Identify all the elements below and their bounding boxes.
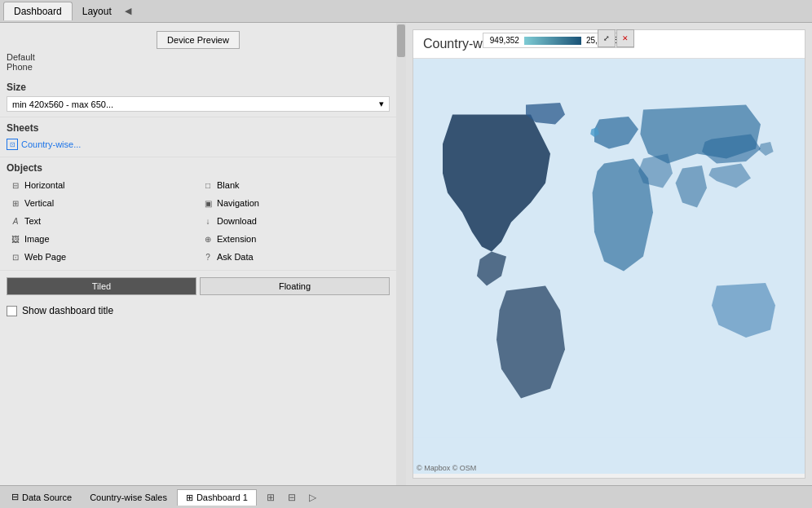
- dashboard-icon: ⊞: [186, 493, 193, 503]
- tab-dashboard[interactable]: Dashboard: [3, 2, 73, 20]
- bottom-bar: ⊟ Data Source Country-wise Sales ⊞ Dashb…: [0, 485, 812, 508]
- blank-label: Blank: [217, 180, 240, 190]
- extension-icon: ⊕: [202, 233, 214, 245]
- resize-icon[interactable]: ⤢: [598, 29, 616, 47]
- top-tab-bar: Dashboard Layout ◀: [0, 0, 812, 23]
- horizontal-icon: ⊟: [10, 179, 21, 191]
- size-dropdown-arrow: ▾: [379, 99, 384, 109]
- dashboard1-label: Dashboard 1: [196, 493, 248, 502]
- show-title-label: Show dashboard title: [22, 305, 113, 316]
- size-title: Size: [7, 82, 390, 93]
- blank-icon: □: [202, 179, 214, 191]
- tiled-floating-section: Tiled Floating: [0, 271, 396, 302]
- object-askdata[interactable]: ? Ask Data: [199, 249, 390, 265]
- webpage-label: Web Page: [24, 252, 66, 262]
- navigation-icon: ▣: [202, 197, 214, 209]
- sheets-section: Sheets ⊡ Country-wise...: [0, 117, 396, 157]
- map-svg: [413, 59, 805, 474]
- preset-phone[interactable]: Phone: [7, 62, 390, 72]
- vertical-icon: ⊞: [10, 197, 21, 209]
- tab-data-source[interactable]: ⊟ Data Source: [3, 489, 80, 505]
- app-container: Dashboard Layout ◀ Device Preview Defaul…: [0, 0, 812, 508]
- new-story-btn[interactable]: ▷: [304, 488, 322, 506]
- size-value: min 420x560 - max 650...: [12, 99, 113, 109]
- sidebar-scrollbar[interactable]: [396, 23, 406, 485]
- download-label: Download: [217, 216, 257, 226]
- data-source-label: Data Source: [22, 493, 72, 502]
- vertical-label: Vertical: [24, 198, 54, 208]
- object-blank[interactable]: □ Blank: [199, 177, 390, 193]
- map-controls: ⤢ ✕: [598, 29, 634, 47]
- image-icon: 🖼: [10, 233, 21, 245]
- webpage-icon: ⊡: [10, 251, 21, 263]
- extension-label: Extension: [217, 234, 256, 244]
- download-icon: ↓: [202, 215, 214, 227]
- object-extension[interactable]: ⊕ Extension: [199, 231, 390, 247]
- size-dropdown[interactable]: min 420x560 - max 650... ▾: [7, 96, 390, 112]
- sheets-title: Sheets: [7, 122, 390, 134]
- sheet-icon: ⊡: [7, 139, 18, 150]
- sidebar: Device Preview Default Phone Size min 42…: [0, 23, 396, 485]
- tab-layout[interactable]: Layout: [73, 2, 121, 20]
- show-title-checkbox[interactable]: [7, 306, 17, 316]
- bottom-bar-actions: ⊞ ⊟ ▷: [262, 488, 322, 506]
- show-title-section: Show dashboard title: [0, 302, 396, 320]
- objects-grid: ⊟ Horizontal □ Blank ⊞ Vertical ▣: [7, 177, 390, 265]
- legend-min: 949,352: [490, 36, 519, 45]
- navigation-label: Navigation: [217, 198, 259, 208]
- map-canvas: © Mapbox © OSM: [413, 59, 805, 474]
- sheet-label: Country-wise...: [21, 139, 81, 149]
- object-navigation[interactable]: ▣ Navigation: [199, 195, 390, 211]
- size-section: Size min 420x560 - max 650... ▾: [0, 77, 396, 117]
- askdata-label: Ask Data: [217, 252, 254, 262]
- object-vertical[interactable]: ⊞ Vertical: [7, 195, 197, 211]
- scroll-thumb: [397, 24, 405, 57]
- horizontal-label: Horizontal: [24, 180, 65, 190]
- canvas-area: Country-wise Sales: [406, 23, 812, 485]
- close-icon[interactable]: ✕: [616, 29, 634, 47]
- sheet-item[interactable]: ⊡ Country-wise...: [7, 137, 390, 152]
- country-wise-label: Country-wise Sales: [90, 493, 167, 502]
- objects-title: Objects: [7, 162, 390, 174]
- tab-country-wise[interactable]: Country-wise Sales: [82, 490, 175, 505]
- object-download[interactable]: ↓ Download: [199, 213, 390, 229]
- map-container: Country-wise Sales: [413, 29, 805, 479]
- object-webpage[interactable]: ⊡ Web Page: [7, 249, 197, 265]
- data-source-icon: ⊟: [11, 492, 19, 502]
- new-dashboard-btn[interactable]: ⊟: [283, 488, 301, 506]
- floating-button[interactable]: Floating: [200, 277, 390, 295]
- askdata-icon: ?: [202, 251, 214, 263]
- tab-dashboard1[interactable]: ⊞ Dashboard 1: [177, 489, 257, 506]
- image-label: Image: [24, 234, 50, 244]
- main-area: Device Preview Default Phone Size min 42…: [0, 23, 812, 485]
- sidebar-wrapper: Device Preview Default Phone Size min 42…: [0, 23, 406, 485]
- object-text[interactable]: A Text: [7, 213, 197, 229]
- objects-section: Objects ⊟ Horizontal □ Blank ⊞ Vertical: [0, 157, 396, 271]
- device-preview-button[interactable]: Device Preview: [157, 31, 240, 49]
- new-sheet-btn[interactable]: ⊞: [262, 488, 280, 506]
- device-section: Device Preview Default Phone: [0, 23, 396, 77]
- object-horizontal[interactable]: ⊟ Horizontal: [7, 177, 197, 193]
- legend-gradient: [524, 37, 581, 45]
- text-icon: A: [10, 215, 21, 227]
- preset-default[interactable]: Default: [7, 52, 390, 62]
- map-attribution: © Mapbox © OSM: [417, 464, 476, 472]
- text-label: Text: [24, 216, 41, 226]
- tiled-button[interactable]: Tiled: [7, 277, 196, 295]
- object-image[interactable]: 🖼 Image: [7, 231, 197, 247]
